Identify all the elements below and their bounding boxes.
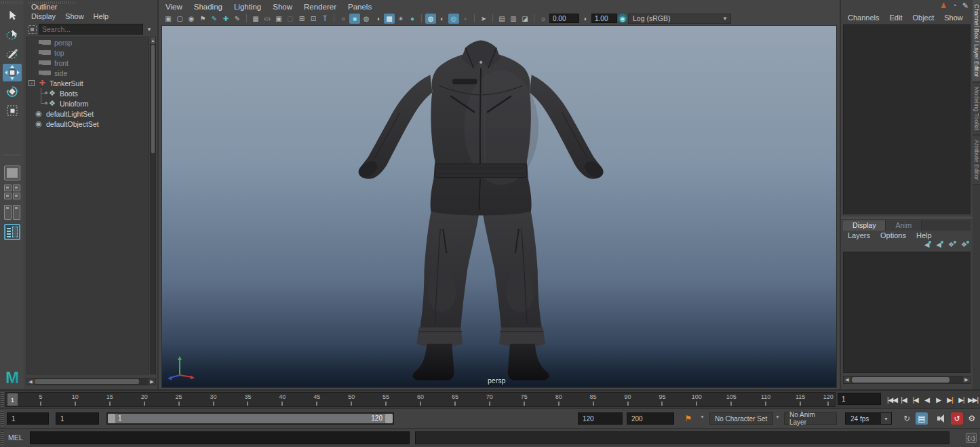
- four-pane-layout-button-3[interactable]: [4, 193, 12, 199]
- channel-box-menu-show[interactable]: Show: [944, 14, 963, 22]
- isolate-select-icon[interactable]: ➤: [478, 14, 489, 24]
- playback-start-field[interactable]: [56, 412, 99, 425]
- outliner-menu-help[interactable]: Help: [94, 12, 109, 20]
- viewport-menu-panels[interactable]: Panels: [348, 3, 372, 11]
- outliner-item-side[interactable]: side: [27, 68, 149, 78]
- outliner-vertical-scrollbar[interactable]: ▲: [150, 37, 156, 374]
- safe-action-icon[interactable]: ⊡: [308, 14, 319, 24]
- animation-start-field[interactable]: [7, 412, 49, 425]
- animation-end-field[interactable]: [627, 412, 674, 425]
- character-set-dropdown-icon[interactable]: ▼: [700, 414, 705, 419]
- expand-toggle-icon[interactable]: -: [28, 80, 35, 86]
- fps-dropdown[interactable]: 24 fps ▼: [845, 412, 892, 425]
- exposure-icon[interactable]: ☼: [538, 14, 549, 24]
- viewport-canvas[interactable]: persp: [161, 25, 837, 388]
- current-frame-marker[interactable]: 1: [7, 393, 18, 406]
- animation-preferences-icon[interactable]: ⚙: [966, 412, 978, 425]
- step-back-frame-button[interactable]: |◀: [898, 393, 909, 406]
- outliner-horizontal-scrollbar[interactable]: ◀ ▶: [26, 378, 156, 385]
- scroll-left-icon[interactable]: ◀: [844, 376, 850, 383]
- two-d-pan-zoom-icon[interactable]: ✚: [220, 14, 231, 24]
- lock-camera-icon[interactable]: ▢: [174, 14, 185, 24]
- viewport-menu-renderer[interactable]: Renderer: [304, 3, 336, 11]
- play-backwards-button[interactable]: ◀: [921, 393, 933, 406]
- rotate-tool-button[interactable]: [3, 83, 22, 100]
- filter-icon[interactable]: [28, 25, 37, 34]
- multi-copy-icon[interactable]: ▥: [508, 14, 519, 24]
- use-default-material-icon[interactable]: ▩: [384, 14, 395, 24]
- grease-pencil-icon[interactable]: ✎: [232, 14, 243, 24]
- depth-of-field-icon[interactable]: ▪: [460, 14, 471, 24]
- viewport-menu-lighting[interactable]: Lighting: [234, 3, 261, 11]
- shaded-icon[interactable]: ■: [349, 14, 360, 24]
- scroll-right-icon[interactable]: ▶: [963, 376, 970, 383]
- panel-grip[interactable]: [1, 1, 23, 4]
- tanker-suit-model[interactable]: [162, 26, 838, 387]
- command-input[interactable]: [30, 431, 410, 444]
- scroll-up-icon[interactable]: ▲: [151, 37, 155, 44]
- graph-manip-icon[interactable]: ✎: [962, 1, 968, 10]
- tab-anim[interactable]: Anim: [886, 220, 922, 231]
- outliner-item-tankersuit[interactable]: -✚TankerSuit: [27, 78, 149, 88]
- gamma-field[interactable]: [591, 14, 617, 23]
- outliner-item-defaultlightset[interactable]: ◉defaultLightSet: [27, 109, 149, 119]
- mute-icon[interactable]: [936, 412, 948, 425]
- go-to-end-button[interactable]: ▶▶|: [967, 393, 979, 406]
- dial-manip-icon[interactable]: ◔: [952, 1, 957, 10]
- four-pane-layout-button-2[interactable]: [13, 184, 20, 191]
- search-dropdown-icon[interactable]: ▼: [145, 26, 153, 33]
- outliner-item-unioform[interactable]: ❖Unioform: [27, 98, 149, 109]
- tab-display[interactable]: Display: [843, 220, 886, 231]
- shadows-icon[interactable]: ●: [407, 14, 418, 24]
- layer-visibility-icon[interactable]: ◀: [924, 241, 930, 248]
- script-editor-icon[interactable]: {;}: [966, 433, 977, 443]
- anim-layer-dropdown[interactable]: No Anim Layer: [784, 412, 837, 425]
- speed-manip-icon[interactable]: ♟: [940, 1, 947, 10]
- side-tab-channel[interactable]: Channel Box / Layer Editor: [973, 0, 980, 83]
- auto-key-icon[interactable]: ↺: [951, 412, 963, 425]
- field-chart-icon[interactable]: ⊞: [296, 14, 307, 24]
- range-grip[interactable]: [1, 411, 4, 426]
- scrollbar-thumb[interactable]: [151, 45, 155, 153]
- resolution-gate-icon[interactable]: ▣: [273, 14, 284, 24]
- image-plane-icon[interactable]: ✎: [209, 14, 220, 24]
- outliner-item-persp[interactable]: persp: [27, 37, 149, 47]
- select-camera-icon[interactable]: ▣: [163, 14, 174, 24]
- outliner-item-top[interactable]: top: [27, 47, 149, 58]
- command-language-toggle[interactable]: MEL: [8, 433, 23, 442]
- go-to-start-button[interactable]: |◀◀: [886, 393, 898, 406]
- camera-attributes-icon[interactable]: ◉: [186, 14, 197, 24]
- paint-select-tool-button[interactable]: [3, 45, 22, 62]
- move-tool-button[interactable]: [3, 64, 22, 81]
- viewport-menu-view[interactable]: View: [165, 3, 182, 11]
- layer-editor-menu-options[interactable]: Options: [880, 231, 906, 239]
- wireframe-icon[interactable]: ○: [338, 14, 349, 24]
- lighting-icon[interactable]: ✶: [395, 14, 406, 24]
- step-back-key-button[interactable]: |◀: [909, 393, 921, 406]
- side-tab-modeling[interactable]: Modeling Toolkit: [973, 83, 980, 136]
- panel-splitter[interactable]: [841, 216, 973, 220]
- two-pane-layout-button-2[interactable]: [13, 205, 20, 220]
- textured-icon[interactable]: ◑: [372, 14, 383, 24]
- color-management-icon[interactable]: ◉: [618, 14, 627, 23]
- lasso-select-tool-button[interactable]: [3, 26, 22, 43]
- view-transform-dropdown[interactable]: Log (sRGB)▼: [628, 14, 731, 24]
- viewport-menu-shading[interactable]: Shading: [194, 3, 222, 11]
- range-start-handle[interactable]: [108, 414, 115, 423]
- layer-editor-menu-layers[interactable]: Layers: [848, 231, 870, 239]
- select-tool-button[interactable]: [3, 7, 22, 24]
- anim-layer-dropdown-icon[interactable]: ▼: [775, 414, 780, 419]
- outliner-menu-display[interactable]: Display: [31, 12, 56, 20]
- range-end-handle[interactable]: [385, 414, 393, 423]
- outliner-menu-show[interactable]: Show: [65, 12, 84, 20]
- safe-title-icon[interactable]: T: [319, 14, 330, 24]
- timeline-grip[interactable]: [1, 392, 4, 407]
- single-pane-layout-button[interactable]: [4, 166, 20, 180]
- outliner-item-defaultobjectset[interactable]: ◉defaultObjectSet: [27, 119, 149, 129]
- channel-box-menu-object[interactable]: Object: [912, 14, 934, 22]
- layer-editor-menu-help[interactable]: Help: [916, 231, 932, 239]
- bookmark-add-icon[interactable]: ⚑: [682, 412, 694, 425]
- snapshot-icon[interactable]: ▤: [496, 14, 507, 24]
- gamma-icon[interactable]: ◗: [580, 14, 591, 24]
- channel-box-menu-channels[interactable]: Channels: [848, 14, 879, 22]
